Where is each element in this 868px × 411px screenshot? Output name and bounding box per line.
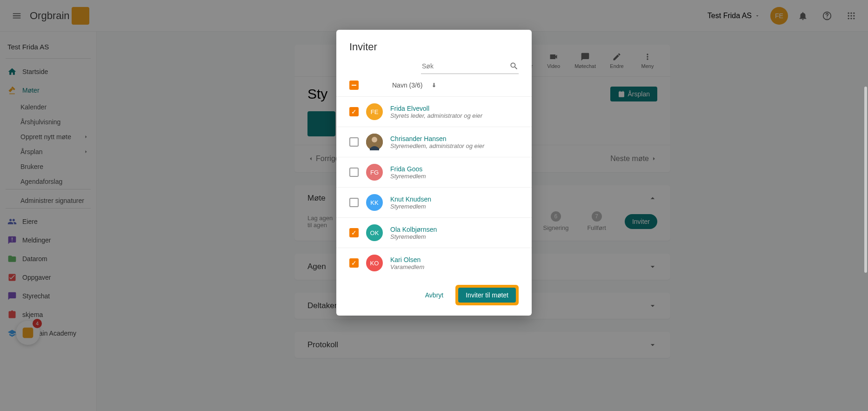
search-input[interactable] [421,61,509,72]
person-checkbox[interactable] [349,107,359,116]
person-checkbox[interactable] [349,258,359,268]
person-name: Frida Elvevoll [390,105,482,112]
person-avatar: OK [366,224,383,241]
people-list-header: Navn (3/6) [336,74,532,96]
person-role: Varamedlem [390,263,424,270]
person-checkbox[interactable] [349,168,359,177]
modal-title: Inviter [336,30,532,59]
person-avatar: KK [366,194,383,211]
person-avatar: FG [366,164,383,181]
person-name: Frida Goos [390,165,426,173]
search-input-wrapper [421,59,519,74]
person-avatar [366,134,383,150]
person-name: Ola Kolbjørnsen [390,226,437,233]
person-checkbox[interactable] [349,228,359,237]
person-name: Knut Knudsen [390,195,431,203]
person-row[interactable]: FE Frida Elvevoll Styrets leder, adminis… [336,96,532,127]
person-role: Styremedlem [390,173,426,180]
person-role: Styremedlem [390,203,431,210]
person-name: Chrisander Hansen [390,135,484,142]
person-row[interactable]: OK Ola Kolbjørnsen Styremedlem [336,217,532,248]
invite-confirm-button[interactable]: Inviter til møtet [458,288,516,303]
search-icon [509,61,519,71]
person-role: Styremedlem [390,233,437,240]
person-row[interactable]: FG Frida Goos Styremedlem [336,157,532,187]
person-row[interactable]: KO Kari Olsen Varamedlem [336,248,532,276]
select-all-checkbox[interactable] [349,81,359,90]
person-row[interactable]: Chrisander Hansen Styremedlem, administr… [336,127,532,157]
person-row[interactable]: KK Knut Knudsen Styremedlem [336,187,532,217]
person-avatar: KO [366,255,383,271]
invite-modal: Inviter Navn (3/6) FE Frida Elvevoll Sty… [336,30,532,316]
svg-point-13 [372,137,377,142]
person-name: Kari Olsen [390,256,424,263]
person-role: Styrets leder, administrator og eier [390,112,482,119]
modal-overlay[interactable]: Inviter Navn (3/6) FE Frida Elvevoll Sty… [0,0,868,411]
people-list: FE Frida Elvevoll Styrets leder, adminis… [336,96,532,276]
person-role: Styremedlem, administrator og eier [390,142,484,149]
person-checkbox[interactable] [349,198,359,207]
tutorial-highlight: Inviter til møtet [455,285,519,305]
person-avatar: FE [366,103,383,120]
cancel-button[interactable]: Avbryt [420,288,449,303]
person-checkbox[interactable] [349,137,359,147]
sort-arrow-icon[interactable] [431,82,437,88]
header-name-label: Navn (3/6) [392,81,422,89]
